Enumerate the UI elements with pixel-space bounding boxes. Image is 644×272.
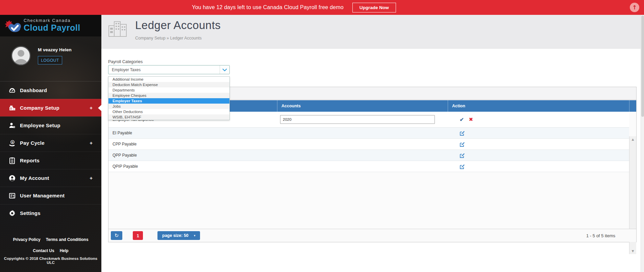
refresh-button[interactable]: ↻ [111,231,122,240]
page-1-button[interactable]: 1 [133,231,143,240]
account-number-input[interactable] [280,115,435,124]
table-row: QPP Payable [108,150,629,161]
action-cell [448,153,629,158]
breadcrumb: Company Setup » Ledger Accounts [135,36,202,40]
upgrade-now-button[interactable]: Upgrade Now [352,3,396,12]
caret-down-icon: ▾ [194,234,196,237]
footer-link-privacy-policy[interactable]: Privacy Policy [13,237,40,243]
user-name: M veazey Helen [38,47,72,52]
payroll-categories-label: Payroll Categories [108,59,143,64]
app-window: You have 12 days left to use Canada Clou… [0,0,644,272]
page-size-label: page size: 50 [162,233,189,238]
sidebar-menu: DashboardCompany Setup+Employee Setup$Pa… [0,81,101,222]
logout-button[interactable]: LOGOUT [38,56,62,64]
my-account-icon [8,175,16,182]
grid-rows: Employer Tax Expense✔✖EI PayableCPP Paya… [108,112,629,172]
app-logo[interactable]: Checkmark Canada Cloud Payroll [0,15,101,36]
sidebar-item-my-account[interactable]: My Account+ [0,169,101,187]
sidebar-item-label: My Account [20,175,49,181]
edit-icon[interactable] [460,153,465,158]
expand-plus-icon[interactable]: + [90,175,93,181]
page-header: Ledger Accounts Company Setup » Ledger A… [101,15,641,49]
cancel-x-icon[interactable]: ✖ [469,116,473,123]
expand-plus-icon[interactable]: + [90,140,93,146]
sidebar-item-company-setup[interactable]: Company Setup+ [0,99,101,116]
pay-cycle-icon: $ [8,140,16,146]
table-row: EI Payable [108,128,629,139]
sidebar-item-label: Reports [20,158,40,163]
category-cell: QPIP Payable [108,164,277,169]
copyright-text: Copyrights © 2018 Checkmark Business Sol… [0,256,101,265]
expand-plus-icon[interactable]: + [90,105,93,111]
sidebar-item-label: Employee Setup [20,123,60,128]
svg-text:$: $ [11,141,13,144]
scroll-to-top-icon[interactable]: ↑ [630,3,639,12]
sidebar-item-user-management[interactable]: User Management [0,187,101,204]
grid-pager: ↻ 1 page size: 50 ▾ 1 - 5 of 5 items [108,229,636,242]
dropdown-option[interactable]: Employee Cheques [108,93,229,98]
sidebar-item-settings[interactable]: Settings [0,204,101,222]
user-avatar [11,46,31,65]
main-content: Ledger Accounts Company Setup » Ledger A… [101,15,641,272]
sidebar: Checkmark Canada Cloud Payroll M veazey … [0,15,101,272]
page-title: Ledger Accounts [135,19,221,32]
column-header-action[interactable]: Action [448,100,629,112]
category-cell: QPP Payable [108,153,277,158]
sidebar-item-dashboard[interactable]: Dashboard [0,81,101,99]
dropdown-option[interactable]: Other Deductions [108,109,229,114]
dropdown-option[interactable]: Jobs [108,104,229,109]
dropdown-option[interactable]: Additional Income [108,77,229,82]
table-row: CPP Payable [108,139,629,150]
logo-line2: Cloud Payroll [24,23,80,33]
page-scrollbar[interactable] [641,15,644,272]
edit-icon[interactable] [460,130,465,136]
dropdown-option[interactable]: WSIB, EHT/HSF [108,114,229,120]
accounts-cell [277,115,448,124]
action-cell [448,164,629,169]
logo-line1: Checkmark Canada [24,18,80,23]
edit-icon[interactable] [460,164,465,169]
column-header-accounts[interactable]: Accounts [277,100,448,112]
page-size-dropdown[interactable]: page size: 50 ▾ [157,231,200,240]
user-management-icon [8,192,16,199]
category-cell: EI Payable [108,131,277,135]
category-cell: CPP Payable [108,142,277,146]
demo-banner: You have 12 days left to use Canada Clou… [0,0,644,15]
edit-icon[interactable] [460,141,465,147]
action-cell [448,130,629,136]
payroll-categories-dropdown: Additional IncomeDeduction Match Expense… [108,76,230,120]
footer-link-help[interactable]: Help [60,248,69,254]
demo-banner-message: You have 12 days left to use Canada Clou… [192,4,344,10]
sidebar-item-reports[interactable]: Reports [0,152,101,169]
dashboard-icon [8,87,16,94]
scrollbar-up-icon[interactable]: ▲ [629,138,636,141]
sidebar-item-pay-cycle[interactable]: $Pay Cycle+ [0,134,101,152]
chevron-down-icon[interactable] [220,65,229,74]
user-panel: M veazey Helen LOGOUT [0,36,101,81]
ledger-building-icon [107,20,128,38]
confirm-check-icon[interactable]: ✔ [460,116,464,123]
employee-setup-icon [8,122,16,129]
active-item-arrow [98,105,101,111]
grid-content: Employer Tax Expense✔✖EI PayableCPP Paya… [108,112,636,229]
settings-icon [8,210,16,217]
sidebar-item-employee-setup[interactable]: Employee Setup [0,116,101,134]
logo-cloud-maple-icon [5,19,22,34]
sidebar-item-label: Settings [20,210,41,216]
dropdown-option[interactable]: Employer Taxes [108,98,229,104]
reports-icon [8,157,16,164]
payroll-categories-select[interactable]: Employer Taxes [108,65,230,74]
footer-link-contact-us[interactable]: Contact Us [33,248,54,254]
dropdown-option[interactable]: Deduction Match Expense [108,82,229,87]
page-scrollbar-thumb[interactable] [641,16,644,117]
column-header-filler [629,100,636,112]
footer-link-terms-and-conditions[interactable]: Terms and Conditions [46,237,89,243]
sidebar-item-label: Dashboard [20,87,47,93]
scrollbar-down-icon[interactable]: ▼ [629,249,636,253]
sidebar-item-label: User Management [20,193,65,198]
company-setup-icon [8,105,16,111]
pager-info: 1 - 5 of 5 items [586,229,615,242]
dropdown-option[interactable]: Departments [108,87,229,93]
action-cell [448,141,629,147]
sidebar-footer: Privacy PolicyTerms and ConditionsContac… [0,237,101,265]
